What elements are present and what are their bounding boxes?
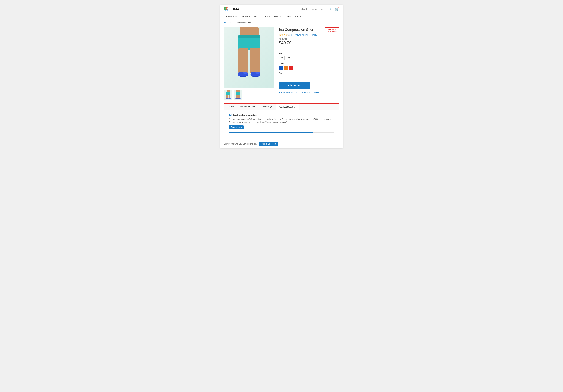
svg-rect-25 (228, 98, 231, 99)
wishlist-compare-row: ♥ ADD TO WISH LIST ▦ ADD TO COMPARE (279, 91, 339, 93)
color-options (279, 66, 339, 70)
nav-item-sale[interactable]: Sale (285, 14, 293, 20)
tab-product-question[interactable]: Product Question (276, 104, 299, 110)
color-blue-swatch[interactable] (279, 66, 283, 70)
color-label: Color (279, 62, 339, 65)
svg-rect-26 (236, 90, 240, 92)
size-29-button[interactable]: 29 (286, 56, 292, 60)
faq-question-text: Can I exchange an item (232, 114, 257, 116)
progress-bar (229, 132, 313, 133)
nav-item-women[interactable]: Women ▾ (239, 14, 252, 20)
thumbnail-1[interactable] (224, 90, 232, 100)
tab-more-info[interactable]: More Information (237, 104, 258, 110)
qty-input[interactable] (279, 75, 287, 79)
svg-rect-7 (250, 48, 260, 73)
product-thumbnails (224, 90, 274, 100)
thumbnail-2[interactable] (234, 90, 242, 100)
main-product-image[interactable] (224, 27, 274, 88)
svg-point-12 (243, 72, 248, 74)
stock-badge: IN STOCK SKU#: WSH11 (325, 27, 339, 34)
tab-reviews[interactable]: Reviews (3) (258, 104, 276, 110)
svg-point-3 (226, 8, 227, 9)
stock-label: IN STOCK (327, 29, 337, 31)
as-low-as-label: As low as (279, 38, 339, 40)
chevron-down-icon: ▾ (249, 16, 250, 18)
star-rating: ★★★★★ (279, 33, 290, 36)
size-options: 28 29 (279, 56, 339, 60)
nav-item-men[interactable]: Men ▾ (252, 14, 262, 20)
svg-point-15 (256, 72, 260, 74)
svg-rect-21 (226, 92, 230, 95)
chevron-down-icon: ▾ (258, 16, 259, 18)
svg-rect-27 (236, 92, 240, 95)
cart-icon-button[interactable]: 🛒 (335, 7, 339, 11)
chevron-down-icon: ▾ (300, 16, 301, 18)
size-28-button[interactable]: 28 (279, 56, 285, 60)
faq-item: ? Can I exchange an item − Yes, you can.… (229, 113, 334, 129)
progress-bar-container (229, 132, 334, 133)
faq-collapse-icon[interactable]: − (332, 113, 334, 117)
search-button[interactable]: 🔍 (328, 7, 333, 11)
search-input[interactable] (300, 7, 328, 11)
compare-icon: ▦ (301, 91, 303, 93)
logo-icon (224, 7, 228, 11)
add-to-compare-link[interactable]: ▦ ADD TO COMPARE (301, 91, 321, 93)
tab-details[interactable]: Details (224, 104, 237, 110)
svg-rect-4 (240, 27, 258, 36)
logo[interactable]: LUMA (224, 7, 239, 11)
svg-rect-31 (238, 98, 241, 99)
chevron-down-icon: ▾ (269, 16, 269, 18)
add-review-link[interactable]: Add Your Review (302, 34, 318, 36)
color-red-swatch[interactable] (289, 66, 293, 70)
breadcrumb: Home › Ina Compression Short (220, 20, 343, 25)
nav-item-faq[interactable]: FAQ ▾ (293, 14, 303, 20)
product-info: IN STOCK SKU#: WSH11 Ina Compression Sho… (279, 27, 339, 100)
product-figure (224, 27, 274, 88)
footer-question-text: Did you find what you were looking for? (224, 143, 257, 145)
nav-item-whats-new[interactable]: What's New (224, 14, 239, 20)
tab-content: ? Can I exchange an item − Yes, you can.… (224, 110, 339, 136)
search-bar[interactable]: 🔍 (300, 7, 333, 11)
header-right: 🔍 🛒 (300, 7, 339, 11)
svg-rect-6 (238, 48, 248, 73)
color-orange-swatch[interactable] (284, 66, 288, 70)
main-nav: What's New Women ▾ Men ▾ Gear ▾ Training… (220, 14, 343, 20)
svg-rect-20 (227, 90, 230, 92)
sku-label: SKU#: WSH11 (327, 31, 337, 33)
breadcrumb-current: Ina Compression Short (231, 22, 251, 24)
product-gallery (224, 27, 274, 100)
add-to-wishlist-link[interactable]: ♥ ADD TO WISH LIST (279, 91, 298, 93)
breadcrumb-home[interactable]: Home (224, 22, 229, 24)
ask-question-button[interactable]: Ask a Question (259, 142, 278, 146)
site-header: LUMA 🔍 🛒 (220, 5, 343, 14)
tabs-section: Details More Information Reviews (3) Pro… (224, 103, 339, 136)
read-more-button[interactable]: Read More » (229, 125, 244, 129)
product-section: IN STOCK SKU#: WSH11 Ina Compression Sho… (220, 25, 343, 103)
tabs-header: Details More Information Reviews (3) Pro… (224, 104, 339, 110)
heart-icon: ♥ (279, 91, 280, 93)
reviews-link[interactable]: 3 Reviews (291, 34, 301, 36)
nav-item-gear[interactable]: Gear ▾ (262, 14, 272, 20)
chevron-down-icon: ▾ (282, 16, 282, 18)
size-label: Size (279, 52, 339, 55)
svg-rect-30 (235, 98, 238, 99)
nav-item-training[interactable]: Training ▾ (272, 14, 285, 20)
faq-answer: Yes, you can. simply include this inform… (229, 118, 334, 124)
faq-question: ? Can I exchange an item − (229, 113, 334, 117)
qty-label: Qty (279, 72, 339, 74)
breadcrumb-separator: › (230, 22, 230, 24)
faq-q-icon: ? (229, 114, 231, 116)
product-price: $49.00 (279, 40, 339, 45)
price-section: As low as $49.00 (279, 38, 339, 45)
svg-rect-8 (238, 35, 260, 38)
rating-row: ★★★★★ 3 Reviews Add Your Review (279, 33, 325, 36)
add-to-cart-button[interactable]: Add to Cart (279, 82, 310, 89)
logo-text: LUMA (230, 7, 239, 11)
footer-bar: Did you find what you were looking for? … (220, 140, 343, 148)
svg-rect-24 (226, 98, 228, 99)
